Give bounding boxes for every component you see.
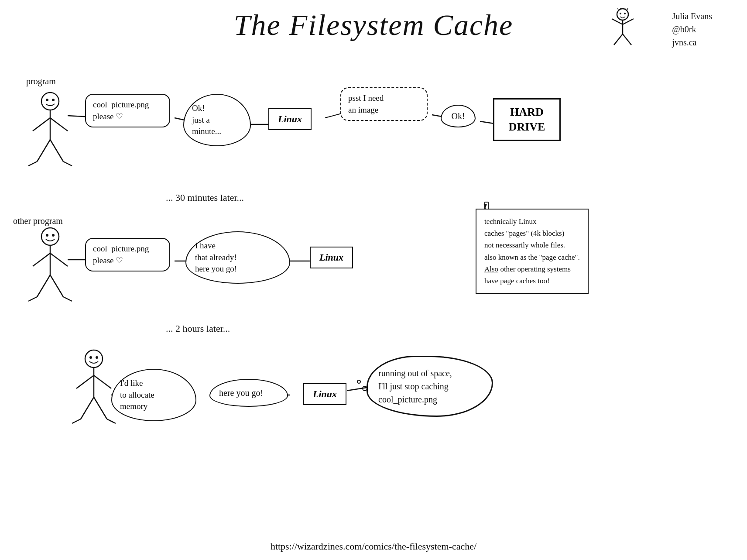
svg-point-16 (617, 9, 628, 20)
julia-figure (610, 8, 636, 47)
scene1-bubble3: psst I needan image (340, 87, 428, 121)
note-tack (484, 202, 489, 210)
svg-line-43 (33, 253, 50, 266)
svg-line-46 (50, 275, 63, 297)
svg-point-40 (46, 234, 48, 237)
bubble-dot-1 (362, 386, 367, 391)
scene2-bubble1: cool_picture.pngplease ♡ (85, 238, 170, 271)
author-info: Julia Evans @b0rk jvns.ca (672, 10, 712, 49)
scene1-bubble1: cool_picture.png please ♡ (85, 94, 170, 127)
other-program-label: other program (13, 216, 63, 226)
svg-line-44 (50, 253, 68, 266)
time-label-2: ... 2 hours later... (166, 323, 230, 334)
author-name: Julia Evans (672, 11, 712, 21)
svg-line-45 (37, 275, 50, 297)
bubble-dot-2 (357, 380, 361, 384)
svg-line-36 (50, 140, 63, 161)
svg-point-29 (41, 93, 59, 110)
linux-box-1: Linux (268, 108, 312, 130)
svg-point-30 (46, 99, 48, 101)
svg-point-49 (85, 350, 103, 368)
svg-line-58 (107, 419, 116, 423)
author-site: jvns.ca (672, 38, 696, 47)
linux-box-2: Linux (310, 247, 353, 268)
linux-box-3: Linux (303, 383, 346, 405)
svg-line-57 (72, 419, 81, 423)
svg-point-17 (620, 13, 621, 14)
svg-point-31 (52, 99, 55, 101)
svg-point-41 (52, 234, 55, 237)
hard-drive-box: HARDDRIVE (493, 98, 561, 141)
svg-point-18 (624, 13, 626, 14)
page-title: The Filesystem Cache (234, 8, 514, 42)
scene3-bubble3: running out of space, I'll just stop cac… (367, 356, 493, 417)
svg-line-19 (617, 8, 618, 10)
svg-line-35 (37, 140, 50, 161)
svg-line-34 (50, 118, 68, 131)
svg-line-55 (81, 397, 94, 419)
svg-line-27 (614, 34, 623, 45)
svg-line-23 (627, 8, 628, 10)
svg-line-37 (28, 161, 37, 166)
scene1-bubble4: Ok! (441, 105, 476, 127)
svg-line-56 (94, 397, 107, 419)
author-twitter: @b0rk (672, 24, 696, 34)
svg-line-53 (76, 375, 94, 388)
svg-point-50 (89, 356, 92, 359)
scene2-bubble2: I havethat already!here you go! (185, 231, 290, 284)
svg-line-33 (33, 118, 50, 131)
svg-point-39 (41, 228, 59, 245)
svg-point-51 (96, 356, 98, 359)
stick-figure-program (24, 92, 76, 188)
program-label: program (26, 76, 56, 86)
footer-url: https://wizardzines.com/comics/the-files… (271, 541, 476, 552)
scene1-bubble2: Ok!just aminute... (183, 94, 251, 146)
svg-line-38 (63, 161, 72, 166)
svg-line-28 (623, 34, 631, 45)
svg-line-48 (63, 297, 72, 301)
stick-figure-other-program (24, 227, 76, 323)
svg-line-54 (94, 375, 111, 388)
svg-line-47 (28, 297, 37, 301)
scene3-bubble1: I'd liketo allocatememory (111, 369, 196, 421)
scene3-bubble2: here you go! (209, 379, 288, 407)
time-label-1: ... 30 minutes later... (166, 192, 244, 203)
note-box: technically Linux caches "pages" (4k blo… (476, 209, 589, 294)
